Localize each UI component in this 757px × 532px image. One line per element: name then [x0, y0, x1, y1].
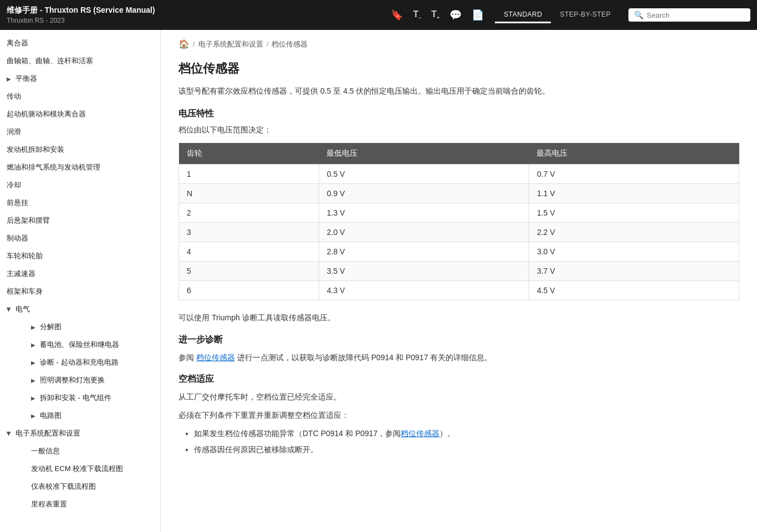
sidebar-item-label: 框架和车身 [7, 287, 43, 296]
sidebar-item[interactable]: 燃油和排气系统与发动机管理 [0, 158, 160, 176]
sidebar-item[interactable]: ▶拆卸和安装 - 电气组件 [0, 389, 160, 407]
table-row: 53.5 V3.7 V [179, 262, 739, 281]
arrow-icon: ▶ [6, 431, 12, 436]
main-layout: 离合器曲轴箱、曲轴、连杆和活塞▶平衡器传动起动机驱动和模块离合器润滑发动机拆卸和… [0, 30, 757, 532]
sidebar-item[interactable]: 发动机 ECM 校准下载流程图 [0, 460, 160, 478]
sidebar-item[interactable]: ▶照明调整和灯泡更换 [0, 371, 160, 389]
voltage-table: 齿轮 最低电压 最高电压 10.5 V0.7 VN0.9 V1.1 V21.3 … [178, 143, 739, 300]
sidebar-indent-line [16, 451, 27, 452]
table-cell-col2: 3.7 V [529, 262, 739, 281]
increase-font-icon[interactable]: T+ [431, 9, 439, 21]
sidebar-item[interactable]: 冷却 [0, 176, 160, 194]
share-icon[interactable]: 📄 [472, 9, 484, 21]
sidebar-item[interactable]: 车轮和轮胎 [0, 247, 160, 265]
sidebar-item-label: 润滑 [7, 127, 21, 137]
bullet1-prefix: 如果发生档位传感器功能异常（DTC P0914 和 P0917，参阅 [194, 429, 401, 438]
page-description: 该型号配有霍尔效应档位传感器，可提供 0.5 至 4.5 伏的恒定电压输出。输出… [178, 85, 739, 97]
table-cell-col1: 2.8 V [319, 242, 529, 262]
table-cell-col0: N [179, 184, 319, 203]
sidebar-item[interactable]: 框架和车身 [0, 283, 160, 300]
table-cell-col2: 1.1 V [529, 184, 739, 203]
sidebar-item[interactable]: 起动机驱动和模块离合器 [0, 105, 160, 123]
sidebar-item[interactable]: ▶平衡器 [0, 70, 160, 88]
sidebar-indent-line [16, 504, 27, 505]
neutral-adapt-text2: 必须在下列条件下重置并重新调整空档位置适应： [178, 409, 739, 421]
bullet1-suffix: ）。 [439, 429, 455, 438]
sidebar-item-label: 曲轴箱、曲轴、连杆和活塞 [7, 56, 93, 66]
topbar-icons: 🔖 T– T+ 💬 📄 [391, 9, 484, 21]
sidebar-item[interactable]: ▶分解图 [0, 318, 160, 336]
further-diag-link[interactable]: 档位传感器 [196, 353, 235, 362]
breadcrumb-sep1: / [193, 40, 195, 48]
sidebar-item-label: 起动机驱动和模块离合器 [7, 109, 86, 119]
sidebar-item[interactable]: 后悬架和摆臂 [0, 212, 160, 229]
sidebar-item-label: 分解图 [40, 322, 62, 332]
sidebar-item[interactable]: 仪表校准下载流程图 [0, 478, 160, 495]
topbar-nav: STANDARD STEP-BY-STEP [495, 7, 620, 23]
breadcrumb: 🏠 / 电子系统配置和设置 / 档位传感器 [178, 39, 739, 49]
arrow-icon: ▶ [31, 377, 35, 383]
sidebar-item-label: 平衡器 [16, 74, 37, 84]
sidebar-item[interactable]: ▶电路图 [0, 407, 160, 424]
col-max-voltage: 最高电压 [529, 143, 739, 165]
sidebar-item[interactable]: 润滑 [0, 123, 160, 141]
table-row: 21.3 V1.5 V [179, 203, 739, 223]
bullet-item-2: 传感器因任何原因已被移除或断开。 [194, 443, 739, 457]
home-icon[interactable]: 🏠 [178, 39, 190, 49]
sidebar-item[interactable]: 发动机拆卸和安装 [0, 141, 160, 158]
sidebar-item[interactable]: 离合器 [0, 34, 160, 52]
sidebar-item[interactable]: 里程表重置 [0, 495, 160, 513]
sidebar-item-label: 传动 [7, 91, 21, 101]
bullet-item-1: 如果发生档位传感器功能异常（DTC P0914 和 P0917，参阅档位传感器）… [194, 427, 739, 441]
topbar-sub-title: Thruxton RS - 2023 [7, 17, 155, 24]
table-row: 10.5 V0.7 V [179, 165, 739, 184]
sidebar-item-label: 一般信息 [31, 446, 60, 456]
sidebar-item[interactable]: 制动器 [0, 229, 160, 247]
table-cell-col2: 3.0 V [529, 242, 739, 262]
sidebar-item[interactable]: 一般信息 [0, 442, 160, 460]
sidebar-item[interactable]: ▶诊断 - 起动器和充电电路 [0, 354, 160, 371]
sidebar-item[interactable]: 主减速器 [0, 265, 160, 283]
voltage-section-title: 电压特性 [178, 108, 739, 120]
sidebar-item[interactable]: ▶蓄电池、保险丝和继电器 [0, 336, 160, 354]
table-row: N0.9 V1.1 V [179, 184, 739, 203]
further-diag-prefix: 参阅 [178, 353, 196, 362]
topbar-title-area: 维修手册 - Thruxton RS (Service Manual) Thru… [7, 6, 155, 24]
table-row: 42.8 V3.0 V [179, 242, 739, 262]
arrow-icon: ▶ [31, 360, 35, 366]
table-row: 64.3 V4.5 V [179, 281, 739, 300]
table-cell-col0: 2 [179, 203, 319, 223]
sidebar: 离合器曲轴箱、曲轴、连杆和活塞▶平衡器传动起动机驱动和模块离合器润滑发动机拆卸和… [0, 30, 161, 532]
sidebar-item[interactable]: 前悬挂 [0, 194, 160, 212]
nav-standard-button[interactable]: STANDARD [495, 7, 551, 23]
comment-icon[interactable]: 💬 [449, 9, 462, 21]
table-cell-col1: 0.9 V [319, 184, 529, 203]
table-cell-col0: 4 [179, 242, 319, 262]
sidebar-item[interactable]: 曲轴箱、曲轴、连杆和活塞 [0, 52, 160, 70]
neutral-adapt-title: 空档适应 [178, 374, 739, 385]
bullet1-link[interactable]: 档位传感器 [401, 429, 439, 438]
bookmark-icon[interactable]: 🔖 [391, 9, 403, 21]
page-title: 档位传感器 [178, 60, 739, 77]
table-cell-col1: 3.5 V [319, 262, 529, 281]
sidebar-item[interactable]: ▶电子系统配置和设置 [0, 424, 160, 442]
sidebar-item[interactable]: 传动 [0, 88, 160, 105]
topbar-main-title: 维修手册 - Thruxton RS (Service Manual) [7, 6, 155, 16]
table-cell-col0: 6 [179, 281, 319, 300]
table-header: 齿轮 最低电压 最高电压 [179, 143, 739, 165]
sidebar-item-label: 照明调整和灯泡更换 [40, 375, 105, 385]
table-cell-col1: 2.0 V [319, 223, 529, 242]
diagnostic-note: 可以使用 Triumph 诊断工具读取传感器电压。 [178, 311, 739, 324]
sidebar-item[interactable]: ▶电气 [0, 300, 160, 318]
table-cell-col1: 0.5 V [319, 165, 529, 184]
breadcrumb-item1[interactable]: 电子系统配置和设置 [198, 39, 263, 49]
arrow-icon: ▶ [31, 395, 35, 401]
sidebar-item-label: 车轮和轮胎 [7, 251, 43, 261]
table-cell-col1: 1.3 V [319, 203, 529, 223]
decrease-font-icon[interactable]: T– [413, 9, 421, 21]
nav-stepbystep-button[interactable]: STEP-BY-STEP [551, 7, 620, 23]
col-min-voltage: 最低电压 [319, 143, 529, 165]
arrow-icon: ▶ [31, 324, 35, 330]
breadcrumb-item2: 档位传感器 [272, 39, 308, 49]
search-input[interactable] [647, 11, 745, 19]
